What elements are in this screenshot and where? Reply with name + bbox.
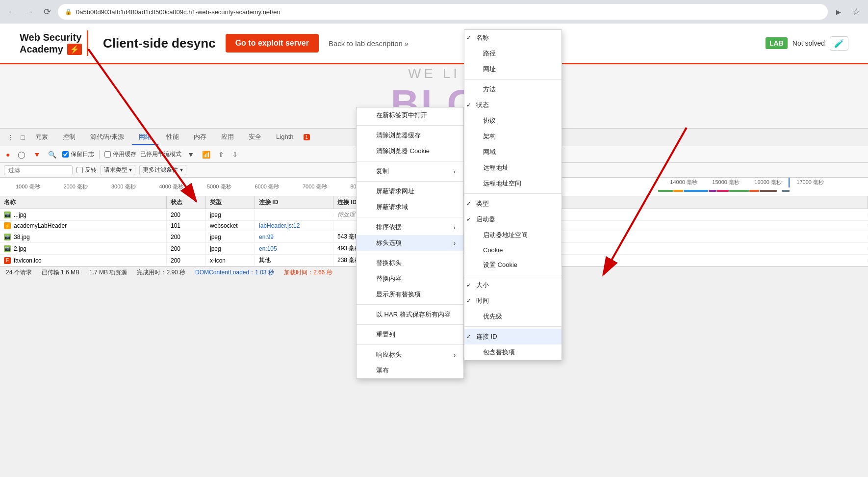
context-menu-item-replace-content[interactable]: 替换内容	[357, 271, 463, 287]
submenu-divider2	[464, 193, 562, 194]
tl-6000: 6000 毫秒	[243, 183, 291, 190]
tab-application[interactable]: 应用	[214, 130, 241, 145]
more-filters-btn[interactable]: 更多过滤条件 ▾	[139, 165, 186, 175]
bookmark-icon[interactable]: ☆	[849, 5, 863, 19]
submenu-item-include-overrides[interactable]: 包含替换项	[464, 344, 562, 360]
context-menu-item-open-tab[interactable]: 在新标签页中打开	[357, 107, 463, 123]
back-button[interactable]: ←	[5, 5, 19, 19]
menu-divider7	[357, 324, 463, 325]
tl-2000: 2000 毫秒	[52, 183, 100, 190]
invert-checkbox[interactable]: 反转	[77, 166, 97, 174]
submenu-item-type[interactable]: 类型	[464, 196, 562, 212]
context-menu-item-block-domain[interactable]: 屏蔽请求域	[357, 199, 463, 215]
site-header: Web Security Academy ⚡ Client-side desyn…	[0, 24, 868, 64]
context-menu-item-reset-columns[interactable]: 重置列	[357, 327, 463, 343]
search-icon[interactable]: 🔍	[46, 150, 58, 159]
clear-button[interactable]: ◯	[16, 150, 27, 159]
tab-performance[interactable]: 性能	[159, 130, 186, 145]
submenu-item-conn-id[interactable]: 连接 ID	[464, 329, 562, 344]
submenu-item-remote-addr[interactable]: 远程地址	[464, 160, 562, 176]
disable-cache-checkbox[interactable]: 停用缓存	[104, 150, 136, 159]
menu-divider3	[357, 181, 463, 182]
cast-icon[interactable]: ▶	[832, 5, 845, 19]
menu-divider5	[357, 253, 463, 253]
submenu-item-domain[interactable]: 网域	[464, 144, 562, 160]
context-menu-item-clear-cache[interactable]: 清除浏览器缓存	[357, 128, 463, 143]
stream-status: 已停用节流模式	[140, 150, 181, 159]
tab-sources[interactable]: 源代码/来源	[83, 130, 131, 145]
url-text: 0a5b00d903afb1d480ad1c8500ca009c.h1-web-…	[76, 8, 281, 16]
submenu-item-path[interactable]: 路径	[464, 46, 562, 61]
devtools-menu-icon[interactable]: ⋮	[4, 132, 17, 143]
tl-4000: 4000 毫秒	[148, 183, 196, 190]
file-icon-img: 📷	[4, 212, 11, 218]
submenu-item-set-cookie[interactable]: 设置 Cookie	[464, 257, 562, 273]
browser-chrome: ← → ⟳ 🔒 0a5b00d903afb1d480ad1c8500ca009c…	[0, 0, 868, 24]
tl-5000: 5000 毫秒	[195, 183, 243, 190]
context-menu-item-response-header[interactable]: 响应标头	[357, 347, 463, 363]
context-menu-item-header-options[interactable]: 标头选项	[357, 235, 463, 251]
address-bar[interactable]: 🔒 0a5b00d903afb1d480ad1c8500ca009c.h1-we…	[58, 4, 828, 20]
transferred-size: 已传输 1.6 MB	[42, 268, 79, 277]
submenu-item-size[interactable]: 大小	[464, 277, 562, 293]
resources-size: 1.7 MB 项资源	[89, 268, 127, 277]
submenu-item-status[interactable]: 状态	[464, 97, 562, 113]
tab-security[interactable]: 安全	[242, 130, 268, 145]
context-menu: 在新标签页中打开 清除浏览器缓存 清除浏览器 Cookie 复制 屏蔽请求网址 …	[356, 107, 464, 379]
context-menu-item-waterfall[interactable]: 瀑布	[357, 363, 463, 378]
submenu-item-method[interactable]: 方法	[464, 81, 562, 97]
context-menu-item-replace-header[interactable]: 替换标头	[357, 255, 463, 271]
context-menu-item-copy[interactable]: 复制	[357, 163, 463, 179]
header-content: Client-side desync Go to exploit server …	[103, 34, 751, 53]
upload-icon[interactable]: ⇧	[216, 150, 226, 159]
separator	[99, 150, 100, 159]
submenu-item-cookie[interactable]: Cookie	[464, 243, 562, 257]
finish-time: 完成用时：2.90 秒	[137, 268, 185, 277]
stream-select[interactable]: ▼	[185, 150, 196, 159]
tab-elements[interactable]: 元素	[28, 130, 55, 145]
filter-input[interactable]	[4, 165, 73, 175]
record-button[interactable]: ●	[4, 150, 12, 159]
forward-button[interactable]: →	[23, 5, 36, 19]
dom-loaded[interactable]: DOMContentLoaded：1.03 秒	[195, 268, 274, 277]
context-menu-item-sort[interactable]: 排序依据	[357, 219, 463, 235]
context-menu-item-save-har[interactable]: 以 HAR 格式保存所有内容	[357, 307, 463, 322]
context-menu-item-show-all-overrides[interactable]: 显示所有替换项	[357, 287, 463, 302]
menu-divider4	[357, 217, 463, 217]
requests-count: 24 个请求	[6, 268, 32, 277]
context-menu-item-block-url[interactable]: 屏蔽请求网址	[357, 184, 463, 199]
submenu-item-time[interactable]: 时间	[464, 293, 562, 309]
tab-console[interactable]: 控制	[56, 130, 82, 145]
timeline-minimap: 14000 毫秒 15000 毫秒 16000 毫秒 17000 毫秒	[658, 178, 864, 196]
submenu-item-protocol[interactable]: 协议	[464, 113, 562, 129]
reload-button[interactable]: ⟳	[40, 5, 54, 19]
filter-icon[interactable]: ▼	[31, 150, 42, 159]
th-conn-id: 连接 ID	[255, 196, 333, 209]
submenu-item-priority[interactable]: 优先级	[464, 309, 562, 324]
submenu-item-url[interactable]: 网址	[464, 61, 562, 77]
file-icon-img3: 📷	[4, 245, 11, 252]
submenu-item-initiator-space[interactable]: 启动器地址空间	[464, 227, 562, 243]
flask-button[interactable]: 🧪	[830, 36, 848, 51]
wifi-icon[interactable]: 📶	[200, 150, 212, 159]
th-status: 状态	[167, 196, 206, 209]
submenu-item-initiator[interactable]: 启动器	[464, 212, 562, 227]
back-to-lab-link[interactable]: Back to lab description »	[329, 39, 408, 48]
preserve-log-checkbox[interactable]: 保留日志	[62, 150, 94, 159]
tab-network[interactable]: 网络	[132, 130, 158, 145]
inspect-icon[interactable]: □	[18, 132, 27, 143]
request-type-filter[interactable]: 请求类型 ▾	[101, 165, 135, 175]
submenu-item-remote-addr-space[interactable]: 远程地址空间	[464, 176, 562, 191]
context-menu-item-clear-cookie[interactable]: 清除浏览器 Cookie	[357, 143, 463, 159]
submenu-item-name[interactable]: 名称	[464, 30, 562, 46]
menu-divider6	[357, 304, 463, 305]
exploit-server-button[interactable]: Go to exploit server	[226, 34, 319, 53]
timeline-labels: 1000 毫秒 2000 毫秒 3000 毫秒 4000 毫秒 5000 毫秒 …	[4, 183, 386, 190]
tab-memory[interactable]: 内存	[187, 130, 213, 145]
tab-lighthouse[interactable]: Lighth	[269, 130, 300, 144]
header-right: LAB Not solved 🧪	[766, 36, 848, 51]
download-icon[interactable]: ⇩	[230, 150, 240, 159]
submenu-item-schema[interactable]: 架构	[464, 129, 562, 144]
submenu-divider3	[464, 275, 562, 275]
logo-icon: ⚡	[67, 44, 82, 55]
